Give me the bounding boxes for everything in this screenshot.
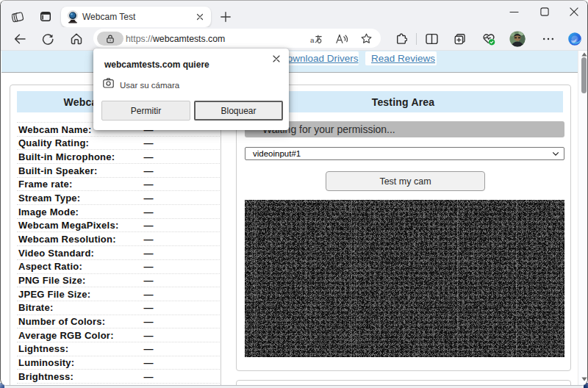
svg-text:a: a xyxy=(310,36,315,44)
